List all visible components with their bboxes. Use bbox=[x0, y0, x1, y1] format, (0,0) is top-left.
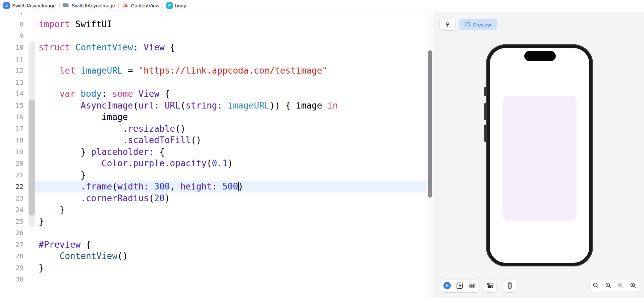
zoom-out-icon bbox=[592, 282, 600, 290]
code-line-25[interactable]: } bbox=[39, 216, 44, 227]
property-icon: P bbox=[166, 2, 173, 9]
jumpbar-item-3[interactable]: ContentView bbox=[122, 2, 159, 9]
zoom-controls: 1 bbox=[590, 280, 640, 292]
code-line-18[interactable]: .scaledToFill() bbox=[39, 134, 201, 146]
line-number-8[interactable]: 8 bbox=[0, 18, 23, 30]
zoom-100-icon: 1 bbox=[605, 282, 612, 290]
breadcrumb-separator: ⟩ bbox=[58, 3, 60, 8]
code-line-29[interactable]: } bbox=[39, 262, 44, 274]
toggles-icon bbox=[487, 282, 494, 290]
breadcrumb-separator: ⟩ bbox=[118, 3, 119, 8]
zoom-out-button[interactable] bbox=[590, 280, 602, 292]
code-line-17[interactable]: .resizable() bbox=[39, 123, 185, 135]
code-line-21[interactable]: } bbox=[39, 169, 86, 181]
code-line-14[interactable]: var body: some View { bbox=[39, 88, 170, 100]
preview-on-device-button[interactable] bbox=[503, 280, 517, 292]
code-line-27[interactable]: #Preview { bbox=[39, 239, 91, 251]
line-number-21[interactable]: 21 bbox=[0, 169, 23, 181]
preview-canvas: Preview bbox=[434, 12, 644, 298]
jumpbar-item-label: ContentView bbox=[131, 3, 159, 8]
device-settings-button[interactable] bbox=[484, 280, 496, 292]
line-number-12[interactable]: 12 bbox=[0, 65, 23, 77]
code-editor[interactable]: 7891011121314151617181920212223242526272… bbox=[0, 12, 426, 298]
canvas-mode-group bbox=[440, 280, 479, 292]
line-number-29[interactable]: 29 bbox=[0, 262, 23, 274]
zoom-to-fit-button[interactable] bbox=[615, 280, 627, 292]
zoom-in-icon bbox=[630, 282, 637, 290]
iphone-icon bbox=[506, 282, 514, 290]
code-line-8[interactable]: import SwiftUI bbox=[39, 18, 112, 30]
pushpin-icon bbox=[444, 21, 451, 29]
breadcrumb-separator: ⟩ bbox=[162, 3, 164, 8]
line-number-13[interactable]: 13 bbox=[0, 77, 23, 88]
code-line-16[interactable]: image bbox=[39, 111, 128, 123]
preview-tab-label: Preview bbox=[473, 22, 491, 28]
line-number-30[interactable]: 30 bbox=[0, 273, 23, 285]
preview-tab-button[interactable]: Preview bbox=[459, 19, 497, 30]
zoom-100-button[interactable]: 1 bbox=[602, 280, 614, 292]
code-line-19[interactable]: } placeholder: { bbox=[39, 146, 165, 158]
editor-scrollbar[interactable] bbox=[426, 12, 434, 298]
app-icon: A bbox=[3, 2, 10, 9]
line-number-25[interactable]: 25 bbox=[0, 216, 23, 227]
line-number-15[interactable]: 15 bbox=[0, 100, 23, 112]
code-line-23[interactable]: .cornerRadius(20) bbox=[39, 193, 170, 204]
jumpbar-item-label: SwiftUIAsyncImage bbox=[71, 3, 115, 8]
jumpbar-item-2[interactable]: SwiftUIAsyncImage bbox=[63, 2, 115, 9]
variants-grid-icon bbox=[469, 282, 476, 290]
jumpbar-item-label: body bbox=[175, 3, 186, 8]
line-number-23[interactable]: 23 bbox=[0, 193, 23, 204]
selectable-mode-button[interactable] bbox=[454, 280, 465, 292]
code-line-10[interactable]: struct ContentView: View { bbox=[39, 42, 175, 53]
code-line-15[interactable]: AsyncImage(url: URL(string: imageURL)) {… bbox=[39, 100, 338, 112]
preview-device-screen[interactable] bbox=[490, 48, 589, 263]
scrollbar-thumb[interactable] bbox=[428, 50, 432, 198]
zoom-in-button[interactable] bbox=[627, 280, 639, 292]
iphone-device-frame bbox=[486, 44, 593, 266]
swift-file-icon bbox=[122, 2, 128, 9]
code-line-28[interactable]: ContentView() bbox=[39, 250, 128, 262]
line-number-24[interactable]: 24 bbox=[0, 204, 23, 216]
code-line-24[interactable]: } bbox=[39, 204, 65, 216]
folder-icon bbox=[63, 2, 69, 9]
zoom-to-fit-icon bbox=[617, 282, 625, 290]
code-line-20[interactable]: Color.purple.opacity(0.1) bbox=[39, 158, 233, 169]
xcode-window: ASwiftUIAsyncImage⟩SwiftUIAsyncImage⟩Con… bbox=[0, 0, 644, 298]
line-number-22[interactable]: 22 bbox=[0, 181, 23, 193]
code-line-22[interactable]: .frame(width: 300, height: 500) bbox=[39, 181, 244, 193]
jumpbar-item-4[interactable]: Pbody bbox=[166, 2, 186, 9]
pin-preview-button[interactable] bbox=[440, 19, 455, 30]
asyncimage-placeholder bbox=[502, 96, 577, 221]
line-number-14[interactable]: 14 bbox=[0, 88, 23, 100]
code-line-12[interactable]: let imageURL = "https://link.appcoda.com… bbox=[39, 65, 327, 77]
preview-window-icon bbox=[465, 21, 471, 28]
cursor-icon bbox=[456, 282, 463, 290]
jumpbar-item-1[interactable]: ASwiftUIAsyncImage bbox=[3, 2, 56, 9]
line-number-9[interactable]: 9 bbox=[0, 30, 23, 42]
jump-bar: ASwiftUIAsyncImage⟩SwiftUIAsyncImage⟩Con… bbox=[0, 0, 644, 11]
play-icon bbox=[443, 282, 451, 291]
line-number-7[interactable]: 7 bbox=[0, 12, 23, 18]
line-number-26[interactable]: 26 bbox=[0, 227, 23, 239]
line-number-16[interactable]: 16 bbox=[0, 111, 23, 123]
line-number-18[interactable]: 18 bbox=[0, 134, 23, 146]
variants-mode-button[interactable] bbox=[467, 280, 478, 292]
live-preview-button[interactable] bbox=[441, 280, 453, 292]
line-number-11[interactable]: 11 bbox=[0, 53, 23, 65]
dynamic-island bbox=[524, 51, 556, 61]
line-number-20[interactable]: 20 bbox=[0, 158, 23, 169]
line-number-17[interactable]: 17 bbox=[0, 123, 23, 135]
line-number-19[interactable]: 19 bbox=[0, 146, 23, 158]
line-number-27[interactable]: 27 bbox=[0, 239, 23, 251]
line-number-28[interactable]: 28 bbox=[0, 250, 23, 262]
line-number-10[interactable]: 10 bbox=[0, 42, 23, 53]
svg-text:1: 1 bbox=[607, 283, 609, 286]
jumpbar-item-label: SwiftUIAsyncImage bbox=[12, 3, 56, 8]
code-focus-ribbon-inner bbox=[29, 100, 35, 216]
